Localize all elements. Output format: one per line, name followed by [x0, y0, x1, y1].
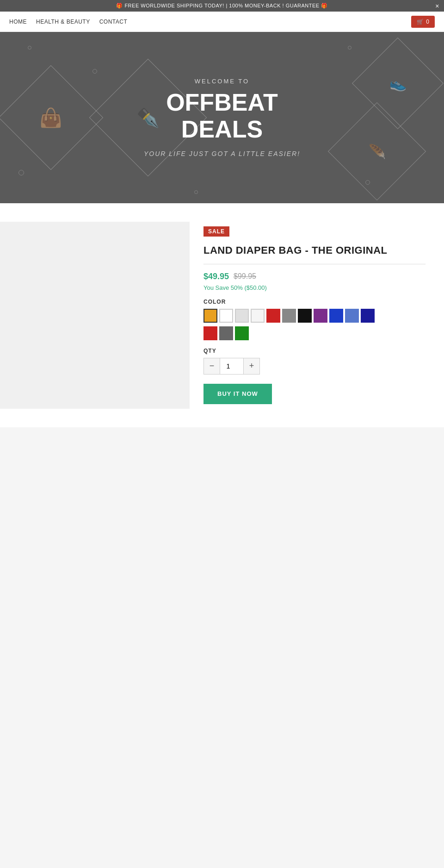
product-section: SALE LAND DIAPER BAG - THE ORIGINAL $49.… — [0, 203, 444, 427]
color-swatch-row2-red[interactable] — [204, 326, 217, 340]
qty-label: QTY — [204, 348, 426, 354]
hero-welcome-text: WELCOME TO — [144, 78, 300, 85]
color-swatch-blue[interactable] — [329, 309, 343, 323]
color-swatch-dark-blue[interactable] — [361, 309, 375, 323]
announcement-bar: 🎁 FREE WORLDWIDE SHIPPING TODAY! | 100% … — [0, 0, 444, 12]
header: HOME HEALTH & BEAUTY CONTACT 🛒 0 — [0, 12, 444, 32]
color-swatch-gray[interactable] — [282, 309, 296, 323]
announcement-text: 🎁 FREE WORLDWIDE SHIPPING TODAY! | 100% … — [116, 3, 327, 8]
deco-circle-2 — [92, 69, 97, 74]
product-title: LAND DIAPER BAG - THE ORIGINAL — [204, 244, 426, 257]
color-swatches — [204, 309, 426, 340]
hero-diamond-1: 👜 — [0, 65, 103, 170]
hero-subtitle: YOUR LIFE JUST GOT A LITTLE EASIER! — [144, 150, 300, 157]
color-swatch-white[interactable] — [219, 309, 233, 323]
color-swatch-purple[interactable] — [314, 309, 327, 323]
nav-home[interactable]: HOME — [9, 19, 27, 25]
color-swatch-black[interactable] — [298, 309, 312, 323]
nav-health-beauty[interactable]: HEALTH & BEAUTY — [36, 19, 90, 25]
main-nav: HOME HEALTH & BEAUTY CONTACT — [9, 19, 127, 25]
cart-button[interactable]: 🛒 0 — [411, 16, 435, 28]
color-swatch-row2-green[interactable] — [235, 326, 249, 340]
deco-circle-5 — [365, 180, 370, 185]
close-announcement-button[interactable]: × — [435, 2, 439, 10]
savings-text: You Save 50% ($50.00) — [204, 284, 426, 291]
color-swatch-orange[interactable] — [204, 309, 217, 323]
sale-badge: SALE — [204, 226, 229, 237]
deco-circle-6 — [194, 190, 198, 194]
color-swatch-red[interactable] — [266, 309, 280, 323]
color-swatch-very-light-gray[interactable] — [251, 309, 265, 323]
hero-diamond-4: 🪶 — [328, 102, 426, 200]
hero-content: WELCOME TO OFFBEAT DEALS YOUR LIFE JUST … — [144, 78, 300, 157]
price-original: $99.95 — [234, 272, 256, 281]
price-current: $49.95 — [204, 272, 229, 281]
qty-control: − + — [204, 358, 426, 375]
product-info: SALE LAND DIAPER BAG - THE ORIGINAL $49.… — [190, 222, 444, 409]
color-label: COLOR — [204, 299, 426, 305]
deco-circle-4 — [348, 46, 352, 50]
hero-banner: 👜 ✒️ 👟 🪶 WELCOME TO OFFBEAT DEALS YOUR L… — [0, 32, 444, 203]
qty-increase-button[interactable]: + — [243, 358, 260, 375]
color-swatch-light-gray[interactable] — [235, 309, 249, 323]
qty-decrease-button[interactable]: − — [204, 358, 220, 375]
deco-circle-3 — [18, 170, 24, 175]
hero-title: OFFBEAT DEALS — [144, 89, 300, 142]
cart-count: 0 — [426, 19, 429, 25]
hero-diamond-3: 👟 — [352, 37, 444, 129]
product-divider — [204, 264, 426, 264]
price-row: $49.95 $99.95 — [204, 272, 426, 281]
color-swatch-medium-blue[interactable] — [345, 309, 359, 323]
product-image-area — [0, 222, 190, 409]
buy-now-button[interactable]: BUY IT NOW — [204, 384, 272, 405]
cart-icon: 🛒 — [417, 19, 424, 25]
color-swatch-row2-gray[interactable] — [219, 326, 233, 340]
deco-circle-1 — [28, 46, 31, 50]
nav-contact[interactable]: CONTACT — [99, 19, 128, 25]
qty-input[interactable] — [220, 358, 243, 375]
